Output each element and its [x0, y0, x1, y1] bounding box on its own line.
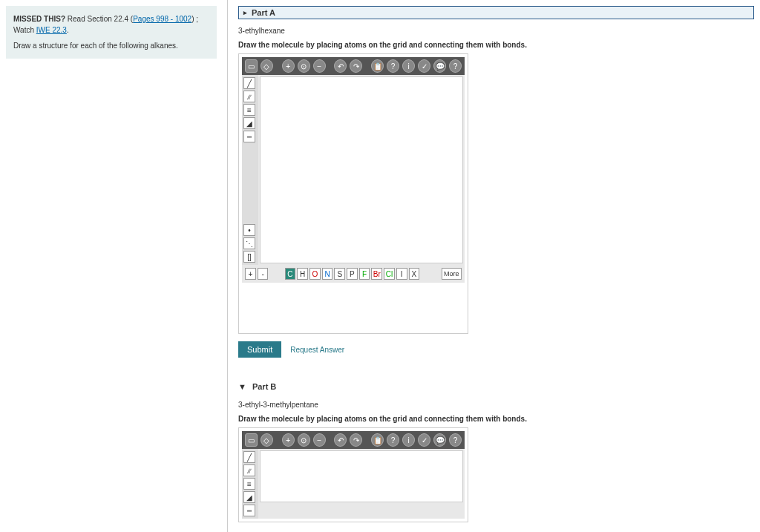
submit-button[interactable]: Submit — [238, 341, 281, 358]
chat-icon[interactable]: 💬 — [433, 433, 446, 447]
zoom-out-icon[interactable]: − — [313, 59, 326, 73]
atom-h[interactable]: H — [297, 268, 308, 280]
single-bond-tool[interactable]: ╱ — [243, 451, 255, 463]
side-toolbar-b: ╱ ⫽ ≡ ◢ ┅ — [242, 449, 258, 519]
wedge-tool[interactable]: ◢ — [243, 117, 255, 129]
drawing-widget-b: ▭ ◇ + ⊙ − ↶ ↷ 📋 ? i — [238, 427, 468, 522]
erase-icon[interactable]: ◇ — [261, 59, 273, 73]
paste-icon[interactable]: 📋 — [371, 433, 384, 447]
double-bond-tool[interactable]: ⫽ — [243, 464, 255, 476]
select-icon[interactable]: ▭ — [245, 59, 258, 73]
compound-name: 3-ethylhexane — [238, 27, 754, 35]
part-a-header[interactable]: ▸ Part A — [238, 6, 754, 19]
redo-icon[interactable]: ↷ — [350, 433, 362, 447]
top-toolbar-b: ▭ ◇ + ⊙ − ↶ ↷ 📋 ? i — [242, 431, 465, 449]
double-bond-tool[interactable]: ⫽ — [243, 91, 255, 102]
charge-minus[interactable]: - — [258, 268, 269, 280]
missed-label: MISSED THIS? — [13, 15, 65, 23]
dash-tool[interactable]: ┅ — [243, 131, 255, 142]
single-bond-tool[interactable]: ╱ — [243, 77, 255, 89]
info-icon[interactable]: i — [402, 59, 415, 73]
undo-icon[interactable]: ↶ — [334, 433, 347, 447]
zoom-fit-icon[interactable]: ⊙ — [298, 59, 310, 73]
drawing-canvas[interactable] — [260, 76, 463, 263]
triple-bond-tool[interactable]: ≡ — [243, 104, 255, 116]
top-toolbar: ▭ ◇ + ⊙ − ↶ ↷ 📋 ? i ✓ 💬 — [242, 57, 465, 75]
drawing-widget: ▭ ◇ + ⊙ − ↶ ↷ 📋 ? i ✓ 💬 — [238, 53, 468, 334]
help-icon[interactable]: ? — [449, 433, 462, 447]
atom-n[interactable]: N — [322, 268, 333, 280]
iwe-link[interactable]: IWE 22.3 — [36, 26, 67, 34]
dots-tool[interactable]: ⋱ — [243, 237, 255, 249]
compound-name-b: 3-ethyl-3-methylpentane — [238, 401, 754, 409]
select-icon[interactable]: ▭ — [245, 433, 258, 447]
part-b-header[interactable]: ▼ Part B — [238, 380, 754, 393]
check-icon[interactable]: ✓ — [418, 433, 430, 447]
more-atoms[interactable]: More — [442, 268, 462, 280]
instruction-text: Draw the molecule by placing atoms on th… — [238, 41, 754, 49]
atom-cl[interactable]: Cl — [384, 268, 395, 280]
zoom-in-icon[interactable]: + — [282, 59, 295, 73]
atom-o[interactable]: O — [309, 268, 321, 280]
missed-this-panel: MISSED THIS? Read Section 22.4 (Pages 99… — [6, 6, 217, 59]
chat-icon[interactable]: 💬 — [433, 59, 446, 73]
atom-x[interactable]: X — [409, 268, 420, 280]
atom-f[interactable]: F — [359, 268, 370, 280]
caret-right-icon: ▸ — [243, 9, 247, 16]
atom-s[interactable]: S — [334, 268, 345, 280]
triple-bond-tool[interactable]: ≡ — [243, 478, 255, 490]
zoom-fit-icon[interactable]: ⊙ — [298, 433, 310, 447]
vertical-divider — [227, 0, 228, 532]
widget-footer-space — [242, 283, 465, 330]
charge-plus[interactable]: + — [245, 268, 256, 280]
part-a-title: Part A — [252, 8, 275, 17]
info-icon[interactable]: i — [402, 433, 415, 447]
bracket-tool[interactable]: [] — [243, 251, 255, 263]
paste-icon[interactable]: 📋 — [371, 59, 384, 73]
pages-link[interactable]: Pages 998 - 1002 — [133, 15, 191, 23]
zoom-in-icon[interactable]: + — [282, 433, 295, 447]
erase-icon[interactable]: ◇ — [261, 433, 273, 447]
caret-down-icon: ▼ — [238, 382, 246, 391]
instruction-text-b: Draw the molecule by placing atoms on th… — [238, 415, 754, 423]
redo-icon[interactable]: ↷ — [350, 59, 362, 73]
atom-br[interactable]: Br — [371, 268, 382, 280]
prompt-text: Draw a structure for each of the followi… — [13, 42, 178, 50]
dash-tool[interactable]: ┅ — [243, 505, 255, 516]
read-section: Read Section 22.4 ( — [68, 15, 133, 23]
atom-i[interactable]: I — [396, 268, 407, 280]
undo-icon[interactable]: ↶ — [334, 59, 347, 73]
atom-p[interactable]: P — [347, 268, 358, 280]
part-b-title: Part B — [252, 382, 276, 391]
drawing-canvas-b[interactable] — [260, 450, 463, 502]
wedge-tool[interactable]: ◢ — [243, 491, 255, 503]
check-icon[interactable]: ✓ — [418, 59, 430, 73]
help-icon[interactable]: ? — [449, 59, 462, 73]
dot-tool[interactable]: • — [243, 224, 255, 236]
hint-icon[interactable]: ? — [387, 59, 399, 73]
side-toolbar: ╱ ⫽ ≡ ◢ ┅ • ⋱ [] — [242, 75, 258, 265]
bottom-toolbar: + - C H O N S P F Br Cl I X — [242, 265, 465, 283]
hint-icon[interactable]: ? — [387, 433, 399, 447]
zoom-out-icon[interactable]: − — [313, 433, 326, 447]
request-answer-link[interactable]: Request Answer — [290, 346, 344, 354]
atom-c[interactable]: C — [285, 268, 296, 280]
